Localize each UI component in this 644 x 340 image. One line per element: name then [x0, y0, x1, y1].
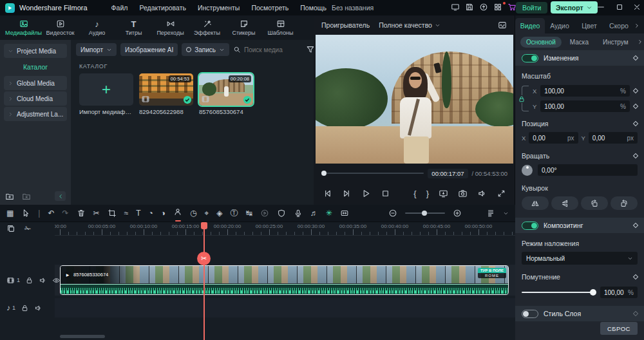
- redo-icon[interactable]: ↷: [62, 209, 69, 217]
- rotate-cw-button[interactable]: [611, 196, 638, 210]
- save-icon[interactable]: [465, 3, 474, 12]
- upload-icon[interactable]: [479, 3, 488, 12]
- subtab-tools[interactable]: Инструм: [597, 37, 634, 48]
- keyframe-icon[interactable]: [633, 274, 638, 279]
- voiceover-mic-icon[interactable]: [294, 209, 303, 218]
- sidebar-item-catalog[interactable]: Каталог: [0, 61, 71, 73]
- ai-image-button[interactable]: Изображение AI: [120, 43, 178, 56]
- auto-ripple-icon[interactable]: [340, 209, 349, 218]
- media-search[interactable]: [233, 46, 302, 53]
- split-playhead-button[interactable]: ✂: [197, 252, 211, 265]
- tab-media-files[interactable]: Медиафайлы: [6, 19, 41, 36]
- text-tool-icon[interactable]: T: [136, 209, 140, 217]
- tab-audio-props[interactable]: Аудио: [545, 18, 574, 33]
- lock-icon[interactable]: [518, 95, 526, 103]
- undo-icon[interactable]: ↶: [48, 209, 54, 217]
- rotate-input[interactable]: 0,00°: [538, 164, 638, 176]
- crop-icon[interactable]: [108, 209, 117, 218]
- keyframe-tool-icon[interactable]: ◈: [216, 209, 222, 217]
- fullscreen-button[interactable]: [497, 189, 506, 198]
- layer-style-toggle[interactable]: [522, 310, 538, 318]
- zoom-out-icon[interactable]: [388, 209, 397, 218]
- window-minimize-button[interactable]: [596, 3, 605, 12]
- volume-button[interactable]: [477, 189, 487, 198]
- display-mode-button[interactable]: [439, 189, 448, 198]
- delete-icon[interactable]: [77, 209, 86, 218]
- speed-icon[interactable]: ◔: [149, 209, 153, 217]
- track-manager-icon[interactable]: [486, 209, 495, 218]
- position-x-input[interactable]: 0,00px: [529, 132, 578, 144]
- tab-speed[interactable]: Скоро: [604, 18, 634, 33]
- sidebar-item-global-media[interactable]: Global Media: [4, 76, 67, 90]
- window-close-button[interactable]: [632, 3, 641, 12]
- timeline[interactable]: ✁ 00:00 00:00:05:00 00:00:10:00 00:00:15…: [0, 222, 515, 340]
- rotation-knob[interactable]: [522, 165, 533, 176]
- stop-button[interactable]: [381, 189, 390, 198]
- quality-dropdown[interactable]: Полное качество: [379, 21, 440, 29]
- keyframe-icon[interactable]: [633, 121, 638, 126]
- media-item[interactable]: 00:54:53 8294205622988: [139, 73, 193, 115]
- playhead-line[interactable]: [204, 222, 205, 340]
- delete-folder-button[interactable]: [22, 192, 31, 201]
- timeline-ruler[interactable]: 00:00 00:00:05:00 00:00:10:00 00:00:15:0…: [55, 222, 515, 236]
- menu-file[interactable]: Файл: [111, 4, 128, 12]
- tab-audio[interactable]: ♪Аудио: [80, 20, 114, 36]
- reset-button[interactable]: СБРОС: [600, 322, 638, 335]
- subtab-basic[interactable]: Основной: [520, 37, 562, 48]
- media-search-input[interactable]: [244, 46, 302, 53]
- scale-x-input[interactable]: 100,00%: [540, 85, 630, 97]
- split-scissors-icon[interactable]: ✂: [93, 209, 100, 217]
- audio-track-lane[interactable]: [55, 298, 515, 317]
- sidebar-item-cloud-media[interactable]: Cloud Media: [4, 91, 67, 106]
- ai-tools-icon[interactable]: ✳: [326, 209, 332, 217]
- zoom-in-icon[interactable]: [453, 209, 462, 218]
- new-folder-button[interactable]: [5, 192, 14, 201]
- audio-stretch-icon[interactable]: ≈: [124, 209, 129, 217]
- screen-record-icon[interactable]: [451, 3, 460, 12]
- transform-toggle[interactable]: [522, 54, 538, 62]
- chevron-down-icon[interactable]: [503, 211, 509, 216]
- timeline-zoom-slider[interactable]: [405, 212, 445, 214]
- snapshot-button[interactable]: [458, 189, 468, 198]
- lock-track-icon[interactable]: [25, 276, 33, 285]
- import-media-tile[interactable]: + Импорт медиафайлов: [79, 73, 133, 115]
- menu-tools[interactable]: Инструменты: [198, 4, 240, 12]
- menu-view[interactable]: Посмотреть: [251, 4, 289, 12]
- tab-titles[interactable]: TТитры: [117, 20, 151, 36]
- keyframe-icon[interactable]: [633, 153, 638, 158]
- lock-track-icon[interactable]: [21, 304, 29, 312]
- motion-tracking-icon[interactable]: ⌖: [205, 209, 209, 217]
- tab-stock-video[interactable]: Видеосток: [43, 19, 77, 36]
- mark-in-button[interactable]: {: [413, 189, 416, 198]
- flip-vertical-button[interactable]: [551, 196, 578, 210]
- stabilization-icon[interactable]: ↹: [246, 209, 252, 217]
- window-maximize-button[interactable]: [615, 3, 624, 12]
- audio-mixer-icon[interactable]: ♬: [310, 209, 318, 217]
- speech-to-text-icon[interactable]: Ⓣ: [231, 209, 238, 217]
- apps-grid-icon[interactable]: [493, 3, 502, 12]
- panel-grid-icon[interactable]: ▦: [6, 209, 14, 217]
- login-button[interactable]: Войти: [516, 2, 547, 14]
- import-button[interactable]: Импорт: [76, 43, 117, 56]
- select-cursor-icon[interactable]: [21, 209, 30, 218]
- collapse-sidebar-button[interactable]: [55, 191, 66, 201]
- tab-transitions[interactable]: Переходы: [153, 19, 187, 36]
- tabs-overflow-button[interactable]: [634, 18, 644, 33]
- tab-templates[interactable]: Шаблоны: [263, 19, 298, 36]
- flip-horizontal-button[interactable]: [522, 196, 549, 210]
- keyframe-icon[interactable]: [633, 104, 638, 109]
- preview-viewport[interactable]: [316, 35, 513, 164]
- mute-track-icon[interactable]: [34, 304, 43, 312]
- color-icon[interactable]: ◑: [161, 209, 166, 217]
- tab-video[interactable]: Видео: [515, 18, 545, 33]
- playhead-handle[interactable]: [201, 222, 207, 229]
- blend-mode-dropdown[interactable]: Нормальный: [522, 252, 638, 265]
- media-thumbnail-selected[interactable]: 00:20:08: [199, 73, 253, 106]
- subtab-mask[interactable]: Маска: [564, 37, 594, 48]
- copy-attributes-icon[interactable]: [6, 224, 15, 233]
- tab-color[interactable]: Цвет: [574, 18, 604, 33]
- keyframe-icon[interactable]: [633, 223, 638, 228]
- scopes-icon[interactable]: [498, 21, 507, 30]
- media-item[interactable]: 00:20:08 8576085330674: [199, 73, 253, 115]
- keyframe-icon[interactable]: [633, 55, 638, 61]
